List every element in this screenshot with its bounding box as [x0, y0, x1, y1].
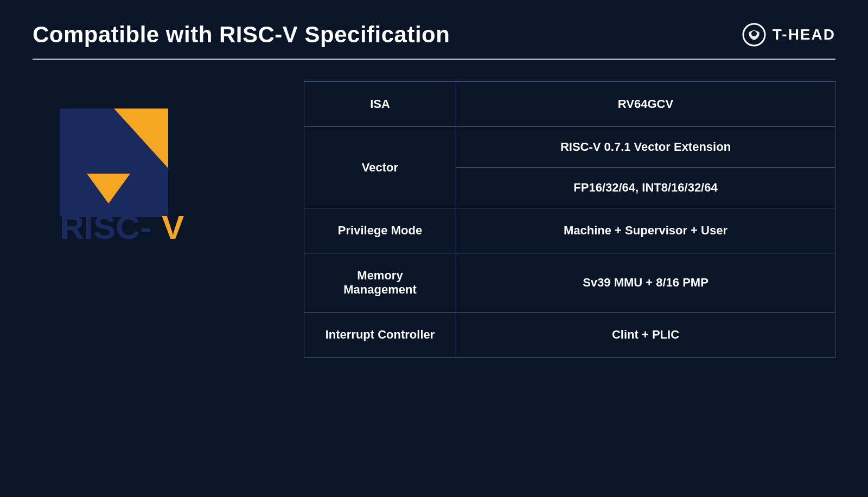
riscv-logo-section: R RISC- V [33, 81, 260, 255]
brand-logo-area: T-HEAD [741, 22, 835, 48]
header-divider [33, 59, 835, 60]
label-memory: MemoryManagement [304, 253, 456, 313]
vector-value-bottom: FP16/32/64, INT8/16/32/64 [456, 168, 835, 208]
label-vector: Vector [304, 127, 456, 208]
label-isa: ISA [304, 82, 456, 127]
page-container: Compatible with RISC-V Specification T-H… [0, 0, 868, 497]
value-vector: RISC-V 0.7.1 Vector Extension FP16/32/64… [456, 127, 835, 208]
label-interrupt: Interrupt Controller [304, 313, 456, 358]
value-memory: Sv39 MMU + 8/16 PMP [456, 253, 835, 313]
table-row: Vector RISC-V 0.7.1 Vector Extension FP1… [304, 127, 835, 208]
vector-values: RISC-V 0.7.1 Vector Extension FP16/32/64… [456, 127, 835, 208]
content-area: R RISC- V ISA RV64GCV [33, 81, 835, 475]
riscv-logo-svg: R RISC- V [43, 103, 250, 255]
page-title: Compatible with RISC-V Specification [33, 22, 450, 48]
label-privilege: Privilege Mode [304, 208, 456, 253]
table-row: Privilege Mode Machine + Supervisor + Us… [304, 208, 835, 253]
table-row: Interrupt Controller Clint + PLIC [304, 313, 835, 358]
value-interrupt: Clint + PLIC [456, 313, 835, 358]
header: Compatible with RISC-V Specification T-H… [33, 22, 835, 48]
spec-table-section: ISA RV64GCV Vector RISC-V 0.7.1 Vector E… [304, 81, 835, 358]
spec-table: ISA RV64GCV Vector RISC-V 0.7.1 Vector E… [304, 81, 835, 358]
vector-value-top: RISC-V 0.7.1 Vector Extension [456, 127, 835, 168]
thead-icon [741, 22, 767, 48]
svg-text:V: V [162, 208, 184, 246]
svg-text:R: R [73, 119, 134, 213]
value-isa: RV64GCV [456, 82, 835, 127]
svg-point-1 [751, 31, 757, 36]
brand-name: T-HEAD [773, 26, 835, 43]
table-row: MemoryManagement Sv39 MMU + 8/16 PMP [304, 253, 835, 313]
table-row: ISA RV64GCV [304, 82, 835, 127]
svg-text:RISC-: RISC- [60, 208, 151, 246]
value-privilege: Machine + Supervisor + User [456, 208, 835, 253]
